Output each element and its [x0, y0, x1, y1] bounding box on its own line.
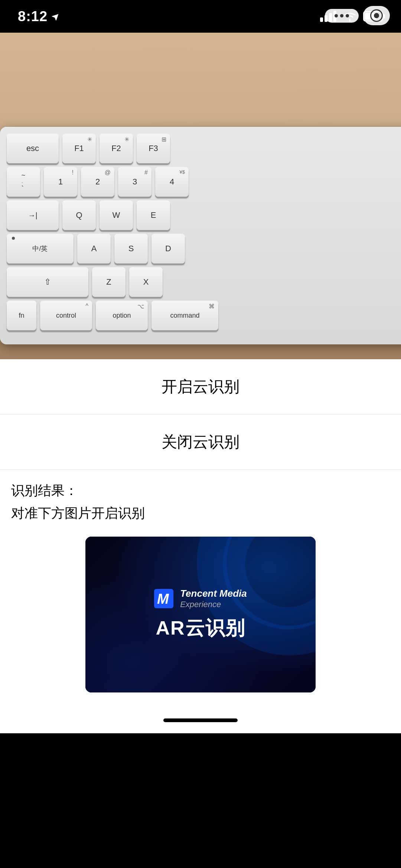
key-f3: ⊞ F3: [137, 134, 170, 163]
svg-text:M: M: [157, 591, 169, 607]
key-tab: →|: [7, 200, 59, 230]
key-row-1: esc ✳ F1 ✳ F2 ⊞ F3: [7, 134, 401, 163]
home-indicator: [163, 718, 238, 722]
key-esc: esc: [7, 134, 59, 163]
start-recognition-button[interactable]: 开启云识别: [0, 359, 401, 415]
key-1: ! 1: [44, 167, 77, 197]
result-area: 识别结果： 对准下方图片开启识别: [0, 470, 401, 537]
tencent-m-logo-icon: M: [154, 589, 173, 608]
preview-container: M Tencent Media Experience AR云识别: [0, 537, 401, 707]
key-f1: ✳ F1: [62, 134, 96, 163]
key-3: # 3: [118, 167, 151, 197]
key-x: X: [129, 267, 163, 297]
key-tilde: ~·`: [7, 167, 40, 197]
key-e: E: [137, 200, 170, 230]
location-icon: [52, 12, 60, 20]
key-row-4: 中/英 A S D: [7, 234, 401, 263]
button-area: 开启云识别 关闭云识别: [0, 359, 401, 470]
key-a: A: [77, 234, 111, 263]
result-label: 识别结果：: [11, 482, 390, 500]
preview-image: M Tencent Media Experience AR云识别: [85, 537, 316, 692]
key-row-2: ~·` ! 1 @ 2 # 3 ¥$ 4: [7, 167, 401, 197]
key-shift: ⇧: [7, 267, 88, 297]
keyboard-in-view: esc ✳ F1 ✳ F2 ⊞ F3 ~·`: [0, 127, 401, 344]
key-w: W: [100, 200, 133, 230]
key-option: ⌥ option: [96, 301, 148, 330]
key-z: Z: [92, 267, 125, 297]
stop-recognition-button[interactable]: 关闭云识别: [0, 415, 401, 470]
key-row-5: ⇧ Z X: [7, 267, 401, 297]
record-circle-icon: [370, 9, 383, 22]
key-4: ¥$ 4: [155, 167, 189, 197]
tencent-logo-row: M Tencent Media Experience: [154, 588, 247, 609]
key-q: Q: [62, 200, 96, 230]
svg-marker-0: [52, 12, 60, 20]
key-row-6: fn ^ control ⌥ option ⌘ command: [7, 301, 401, 330]
top-controls: [325, 6, 390, 25]
bottom-bar: [0, 707, 401, 733]
result-hint: 对准下方图片开启识别: [11, 504, 390, 523]
key-f2: ✳ F2: [100, 134, 133, 163]
more-options-button[interactable]: [325, 9, 359, 23]
key-d: D: [151, 234, 185, 263]
tencent-brand-name: Tencent Media: [180, 588, 247, 599]
key-control: ^ control: [40, 301, 92, 330]
tencent-brand-sub: Experience: [180, 600, 247, 609]
key-row-3: →| Q W E: [7, 200, 401, 230]
ar-title: AR云识别: [156, 615, 245, 641]
status-time: 8:12: [18, 9, 48, 24]
camera-view: esc ✳ F1 ✳ F2 ⊞ F3 ~·`: [0, 33, 401, 359]
preview-content: M Tencent Media Experience AR云识别: [154, 588, 247, 641]
key-s: S: [114, 234, 148, 263]
tencent-text: Tencent Media Experience: [180, 588, 247, 609]
key-fn: fn: [7, 301, 36, 330]
key-capslock: 中/英: [7, 234, 74, 263]
record-button[interactable]: [363, 6, 390, 25]
key-2: @ 2: [81, 167, 114, 197]
key-command: ⌘ command: [151, 301, 218, 330]
capslock-dot: [12, 237, 15, 240]
keyboard: esc ✳ F1 ✳ F2 ⊞ F3 ~·`: [0, 127, 401, 344]
